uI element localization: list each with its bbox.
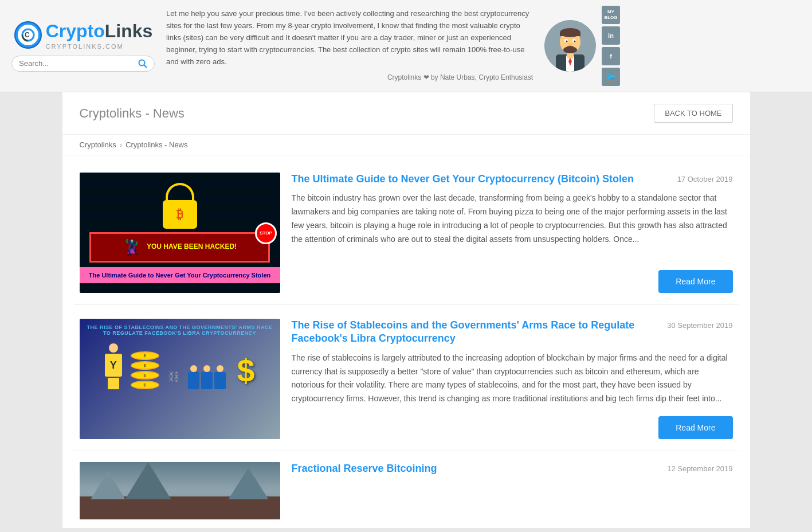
hacker-emoji: 🦹 — [123, 238, 141, 256]
svg-point-18 — [568, 44, 572, 46]
news-header-2: The Rise of Stablecoins and the Governme… — [292, 319, 733, 346]
stop-sign-icon: STOP — [255, 222, 277, 244]
bitcoin-lock-icon: ₿ — [163, 183, 197, 229]
logo-links-text: Links — [105, 21, 153, 42]
svg-point-17 — [574, 41, 576, 42]
svg-point-3 — [139, 60, 145, 65]
news-excerpt-2: The rise of stablecoins is largely attri… — [292, 351, 733, 408]
news-date-1: 17 October 2019 — [677, 175, 733, 183]
page-title-bar: Cryptolinks - News BACK TO HOME — [62, 92, 750, 135]
blog-button[interactable]: MYBLOG — [602, 6, 620, 24]
news-date-3: 12 September 2019 — [667, 464, 732, 473]
hacked-text-block: YOU HAVE BEEN HACKED! — [147, 242, 237, 252]
people-pulling — [188, 365, 226, 389]
thumb-fractional-image — [80, 462, 280, 519]
description-text: Let me help you save your precious time.… — [166, 8, 533, 68]
news-header-3: Fractional Reserve Bitcoining 12 Septemb… — [292, 462, 733, 475]
svg-point-13 — [563, 46, 577, 53]
news-title-3[interactable]: Fractional Reserve Bitcoining — [292, 462, 656, 475]
linkedin-button[interactable]: in — [602, 26, 620, 45]
news-header-1: The Ultimate Guide to Never Get Your Cry… — [292, 173, 733, 186]
top-header: C Crypto Links CRYPTOLINKS.COM Let me — [0, 0, 812, 92]
dollar-sign-icon: $ — [237, 353, 255, 389]
news-thumbnail-1: ₿ 🦹 YOU HAVE BEEN HACKED! STOP — [80, 173, 280, 293]
avatar — [544, 20, 596, 72]
coin-stacks: $ $ $ $ — [131, 351, 159, 389]
thumb-stablecoins-image: THE RISE OF STABLECOINS AND THE GOVERNME… — [80, 319, 280, 439]
search-button[interactable] — [138, 59, 147, 68]
logo[interactable]: C Crypto Links CRYPTOLINKS.COM — [14, 21, 153, 50]
thumb-hacked-image: ₿ 🦹 YOU HAVE BEEN HACKED! STOP — [80, 173, 280, 293]
news-title-1[interactable]: The Ultimate Guide to Never Get Your Cry… — [292, 173, 666, 186]
news-excerpt-1: The bitcoin industry has grown over the … — [292, 191, 733, 261]
avatar-image — [544, 20, 596, 72]
logo-area: C Crypto Links CRYPTOLINKS.COM — [11, 21, 155, 72]
main-container: Cryptolinks - News BACK TO HOME Cryptoli… — [62, 92, 750, 528]
facebook-button[interactable]: f — [602, 47, 620, 65]
news-item-3: Fractional Reserve Bitcoining 12 Septemb… — [74, 453, 739, 522]
read-more-button-2[interactable]: Read More — [658, 416, 732, 439]
breadcrumb-current: Cryptolinks - News — [125, 140, 187, 149]
breadcrumb-home-link[interactable]: Cryptolinks — [80, 140, 116, 149]
author-byline: Cryptolinks ❤ by Nate Urbas, Crypto Enth… — [166, 72, 533, 83]
news-title-2[interactable]: The Rise of Stablecoins and the Governme… — [292, 319, 656, 346]
search-input[interactable] — [19, 59, 138, 68]
news-content-2: The Rise of Stablecoins and the Governme… — [292, 319, 733, 439]
fractional-bg — [80, 462, 280, 519]
twitter-button[interactable]: 🐦 — [602, 68, 620, 86]
search-box — [11, 56, 155, 72]
news-item-1: ₿ 🦹 YOU HAVE BEEN HACKED! STOP — [74, 161, 739, 305]
news-list: ₿ 🦹 YOU HAVE BEEN HACKED! STOP — [62, 155, 750, 528]
svg-text:C: C — [25, 31, 30, 39]
news-content-1: The Ultimate Guide to Never Get Your Cry… — [292, 173, 733, 293]
svg-rect-12 — [560, 33, 580, 36]
stablecoins-title-overlay: THE RISE OF STABLECOINS AND THE GOVERNME… — [85, 324, 274, 336]
logo-icon: C — [14, 21, 42, 49]
news-item-2: THE RISE OF STABLECOINS AND THE GOVERNME… — [74, 307, 739, 451]
author-area — [544, 20, 596, 72]
svg-line-4 — [144, 65, 147, 68]
search-icon — [138, 59, 147, 68]
stablecoins-visual: Y $ $ $ $ ⛓ — [105, 343, 255, 389]
news-date-2: 30 September 2019 — [667, 321, 732, 330]
chain-icon: ⛓ — [168, 370, 179, 384]
news-content-3: Fractional Reserve Bitcoining 12 Septemb… — [292, 462, 733, 519]
hacked-title: YOU HAVE BEEN HACKED! — [147, 242, 237, 252]
breadcrumb-separator: › — [120, 140, 122, 149]
svg-point-16 — [566, 41, 568, 42]
logo-crypto-text: Crypto — [46, 21, 105, 42]
breadcrumb: Cryptolinks › Cryptolinks - News — [62, 135, 750, 155]
news-thumbnail-2: THE RISE OF STABLECOINS AND THE GOVERNME… — [80, 319, 280, 439]
logo-domain: CRYPTOLINKS.COM — [46, 43, 153, 50]
news-thumbnail-3 — [80, 462, 280, 519]
description-area: Let me help you save your precious time.… — [155, 8, 544, 83]
hacked-warning-box: 🦹 YOU HAVE BEEN HACKED! STOP — [89, 232, 270, 263]
read-more-button-1[interactable]: Read More — [658, 270, 732, 293]
hacked-caption: The Ultimate Guide to Never Get Your Cry… — [80, 267, 280, 283]
back-to-home-button[interactable]: BACK TO HOME — [654, 104, 732, 123]
social-icons: MYBLOG in f 🐦 — [602, 6, 620, 86]
person-with-flag: Y — [105, 343, 122, 389]
hacked-content: ₿ 🦹 YOU HAVE BEEN HACKED! STOP — [80, 183, 280, 283]
page-title: Cryptolinks - News — [80, 106, 185, 121]
